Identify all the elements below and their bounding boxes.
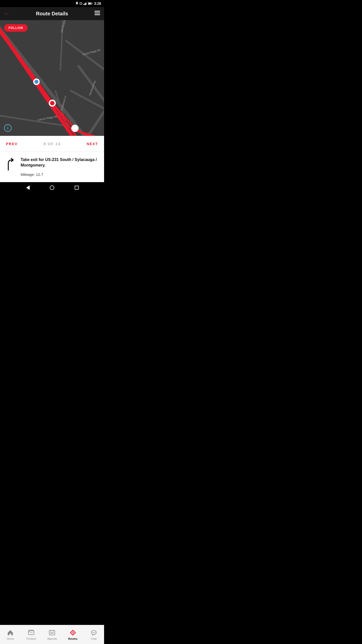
back-system-button[interactable] xyxy=(24,185,30,191)
map-svg: Old Rockford Rd Rocky Ridge Rd Rockford … xyxy=(0,20,104,136)
svg-point-55 xyxy=(50,186,54,190)
back-system-icon xyxy=(25,185,30,190)
app-header: ← Route Details xyxy=(0,7,104,20)
svg-rect-0 xyxy=(80,3,82,5)
svg-rect-10 xyxy=(95,11,100,12)
menu-icon xyxy=(95,11,100,15)
follow-button[interactable]: FOLLOW xyxy=(4,24,28,32)
svg-rect-6 xyxy=(86,2,87,5)
step-counter: 8 OF 24 xyxy=(43,142,61,146)
home-system-icon xyxy=(50,185,54,190)
status-bar: 3:28 xyxy=(0,0,104,7)
svg-rect-5 xyxy=(85,3,86,5)
svg-point-33 xyxy=(50,101,55,105)
svg-rect-56 xyxy=(75,186,78,189)
svg-rect-12 xyxy=(95,14,100,15)
next-button[interactable]: NEXT xyxy=(87,142,98,146)
svg-point-31 xyxy=(34,80,38,84)
home-system-button[interactable] xyxy=(49,185,55,191)
signal-icon xyxy=(83,2,87,5)
recents-system-icon xyxy=(75,186,79,190)
info-button[interactable]: i xyxy=(4,124,12,132)
svg-rect-8 xyxy=(92,3,92,4)
status-time: 3:28 xyxy=(94,2,101,6)
battery-icon xyxy=(88,2,93,5)
prev-button[interactable]: PREV xyxy=(6,142,18,146)
page-title: Route Details xyxy=(36,11,68,17)
svg-rect-3 xyxy=(83,4,84,5)
svg-rect-9 xyxy=(88,3,91,5)
direction-mileage: Mileage: 12.7 xyxy=(21,172,100,177)
svg-rect-11 xyxy=(95,13,100,13)
svg-rect-4 xyxy=(84,3,85,5)
turn-right-icon xyxy=(5,158,15,171)
vibrate-icon xyxy=(79,2,82,5)
map-view[interactable]: Old Rockford Rd Rocky Ridge Rd Rockford … xyxy=(0,20,104,136)
status-icons xyxy=(75,2,93,5)
recents-system-button[interactable] xyxy=(74,185,80,191)
back-button[interactable]: ← xyxy=(4,10,10,17)
direction-text: Take exit for US-231 South / Sylacauga /… xyxy=(21,157,100,177)
svg-point-35 xyxy=(73,127,77,130)
svg-rect-1 xyxy=(80,3,80,4)
svg-marker-54 xyxy=(26,185,30,190)
direction-icon xyxy=(4,157,17,171)
system-nav-bar xyxy=(0,182,104,193)
direction-panel: Take exit for US-231 South / Sylacauga /… xyxy=(0,152,104,182)
navigation-strip: PREV 8 OF 24 NEXT xyxy=(0,136,104,152)
direction-instruction: Take exit for US-231 South / Sylacauga /… xyxy=(21,157,100,168)
location-icon xyxy=(75,2,78,5)
menu-button[interactable] xyxy=(95,11,100,16)
svg-rect-2 xyxy=(82,3,82,4)
